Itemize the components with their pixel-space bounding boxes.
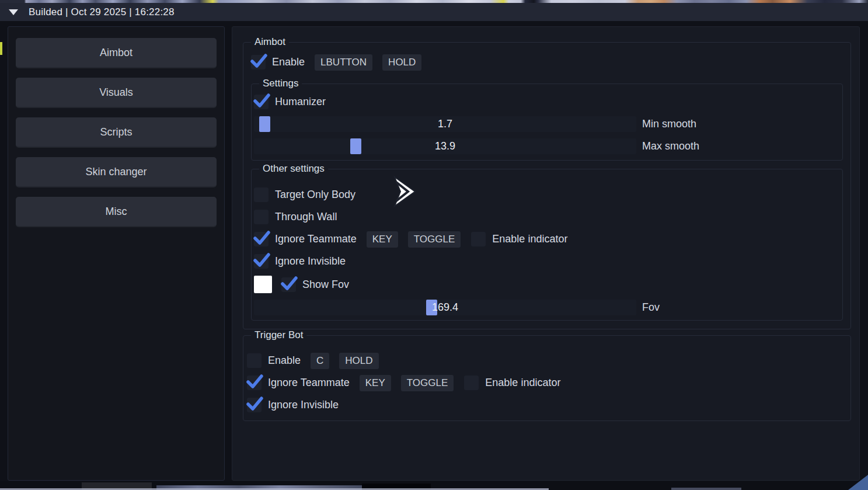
min-smooth-slider-handle[interactable] [259,116,270,132]
max-smooth-label: Max smooth [642,140,699,152]
checkmark-icon [246,395,264,412]
game-background-fragment [0,42,2,55]
trigger-enable-label: Enable [268,355,301,367]
fov-slider[interactable]: 169.4 [254,300,636,315]
aimbot-ignore-invisible-checkbox[interactable] [254,254,269,269]
other-settings-legend: Other settings [259,163,328,175]
show-fov-row: Show Fov [254,276,839,293]
min-smooth-slider[interactable]: 1.7 [254,116,636,132]
fov-slider-row: 169.4 Fov [254,300,839,315]
aimbot-keymode-button[interactable]: HOLD [382,54,421,71]
humanizer-label: Humanizer [275,96,326,108]
checkmark-icon [253,230,271,246]
max-smooth-value: 13.9 [254,138,636,154]
sidebar-item-misc[interactable]: Misc [16,197,217,227]
sidebar-item-visuals[interactable]: Visuals [16,78,217,108]
target-only-body-row: Target Only Body [254,187,839,203]
through-wall-row: Through Wall [254,209,839,225]
trigger-enable-row: Enable C HOLD [247,353,843,369]
humanizer-row: Humanizer [254,94,839,110]
checkmark-icon [280,275,298,292]
trigger-keymode-button[interactable]: HOLD [339,353,378,369]
aimbot-ignore-teammate-keybind-button[interactable]: KEY [367,231,398,248]
trigger-ignore-teammate-keybind-button[interactable]: KEY [360,375,391,391]
checkmark-icon [246,373,264,390]
settings-subgroup-legend: Settings [259,78,302,89]
through-wall-checkbox[interactable] [254,210,269,224]
aimbot-enable-checkbox[interactable] [251,55,266,69]
sidebar-item-skin-changer[interactable]: Skin changer [16,157,217,187]
aimbot-ignore-invisible-label: Ignore Invisible [275,255,346,267]
show-fov-checkbox[interactable] [281,277,296,292]
trigger-enable-indicator-label: Enable indicator [485,377,560,389]
target-only-body-checkbox[interactable] [254,187,269,202]
trigger-keybind-button[interactable]: C [311,353,329,369]
titlebar: Builded | Oct 29 2025 | 16:22:28 [0,3,868,21]
sidebar-item-scripts[interactable]: Scripts [16,117,217,148]
aimbot-ignore-teammate-keymode-button[interactable]: TOGGLE [408,231,461,248]
show-fov-label: Show Fov [302,279,349,291]
max-smooth-slider-row: 13.9 Max smooth [254,138,839,154]
aimbot-enable-indicator-label: Enable indicator [492,233,567,245]
trigger-enable-checkbox[interactable] [247,353,262,368]
trigger-ignore-invisible-row: Ignore Invisible [247,397,843,413]
aimbot-ignore-teammate-row: Ignore Teammate KEY TOGGLE Enable indica… [254,231,839,247]
other-settings-subgroup: Other settings Target Only Body Through … [251,169,843,321]
min-smooth-value: 1.7 [254,116,636,132]
through-wall-label: Through Wall [275,211,337,223]
fov-value: 169.4 [254,300,636,315]
trigger-ignore-invisible-checkbox[interactable] [247,398,262,412]
trigger-ignore-invisible-label: Ignore Invisible [268,399,339,411]
aimbot-enable-indicator-checkbox[interactable] [471,232,486,246]
trigger-bot-legend: Trigger Bot [251,329,306,341]
checkmark-icon [253,252,271,269]
aimbot-ignore-invisible-row: Ignore Invisible [254,253,839,269]
trigger-ignore-teammate-row: Ignore Teammate KEY TOGGLE Enable indica… [247,375,843,391]
sidebar: Aimbot Visuals Scripts Skin changer Misc [8,26,225,481]
fov-color-swatch[interactable] [254,276,272,293]
fov-label: Fov [642,301,660,314]
aimbot-ignore-teammate-label: Ignore Teammate [275,233,357,245]
min-smooth-slider-row: 1.7 Min smooth [254,116,839,132]
aimbot-enable-label: Enable [272,56,305,68]
fov-slider-handle[interactable] [426,300,437,315]
collapse-triangle-icon[interactable] [9,9,18,15]
humanizer-checkbox[interactable] [254,95,269,109]
game-background-fragment [671,488,741,490]
min-smooth-label: Min smooth [642,118,696,130]
settings-subgroup: Settings Humanizer 1.7 Min smooth 13.9 [251,84,843,161]
checkmark-icon [250,53,268,69]
aimbot-group: Aimbot Enable LBUTTON HOLD Settings Huma… [243,42,851,329]
trigger-ignore-teammate-label: Ignore Teammate [268,377,350,389]
sidebar-item-aimbot[interactable]: Aimbot [16,38,217,68]
trigger-ignore-teammate-keymode-button[interactable]: TOGGLE [401,375,454,391]
main-panel: Aimbot Enable LBUTTON HOLD Settings Huma… [232,26,860,481]
aimbot-keybind-button[interactable]: LBUTTON [315,54,372,71]
aimbot-group-legend: Aimbot [251,36,289,48]
max-smooth-slider[interactable]: 13.9 [254,138,636,154]
checkmark-icon [253,92,271,109]
trigger-bot-group: Trigger Bot Enable C HOLD Ignore Teammat… [243,335,851,421]
aimbot-enable-row: Enable LBUTTON HOLD [251,54,843,70]
trigger-ignore-teammate-checkbox[interactable] [247,376,262,390]
target-only-body-label: Target Only Body [275,189,355,201]
trigger-enable-indicator-checkbox[interactable] [464,376,479,390]
aimbot-ignore-teammate-checkbox[interactable] [254,232,269,246]
max-smooth-slider-handle[interactable] [350,138,361,154]
window-title: Builded | Oct 29 2025 | 16:22:28 [29,6,175,18]
